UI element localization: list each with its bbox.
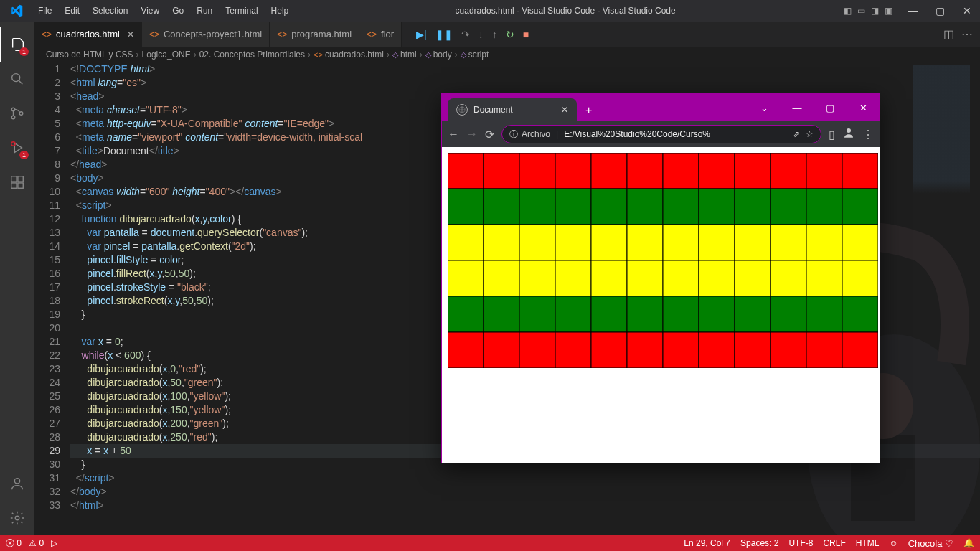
tab-cuadrados-html[interactable]: <>cuadrados.html✕ <box>34 22 142 47</box>
tab-concepts-proyect1-html[interactable]: <>Concepts-proyect1.html <box>142 22 270 47</box>
layout-grid-icon[interactable]: ▣ <box>885 6 892 16</box>
menu-help[interactable]: Help <box>265 3 295 19</box>
tab-close-icon[interactable]: ✕ <box>127 29 134 39</box>
panel-bottom-icon[interactable]: ▭ <box>857 6 865 16</box>
menu-terminal[interactable]: Terminal <box>220 3 263 19</box>
status-spaces[interactable]: Spaces: 2 <box>740 538 778 548</box>
address-text: E:/Visual%20Studio%20Code/Curso% <box>564 129 710 139</box>
breadcrumb-item[interactable]: Curso de HTML y CSS <box>46 50 133 60</box>
browser-window: Document ✕ + ⌄ — ▢ ✕ ← → ⟳ ⓘ Archivo | E… <box>441 93 880 463</box>
tab-programa-html[interactable]: <>programa.html <box>270 22 359 47</box>
close-icon[interactable]: ✕ <box>954 0 980 22</box>
menu-file[interactable]: File <box>32 3 57 19</box>
search-icon[interactable] <box>0 62 34 96</box>
status-debug-icon[interactable]: ▷ <box>51 538 57 548</box>
gutter: 1234567891011121314151617181920212223242… <box>34 62 70 535</box>
status-language[interactable]: HTML <box>856 538 880 548</box>
breadcrumb[interactable]: Curso de HTML y CSS›Logica_ONE›02. Conce… <box>34 47 980 62</box>
forward-icon[interactable]: → <box>466 128 478 141</box>
reader-icon[interactable]: ▯ <box>829 128 835 141</box>
html-file-icon: <> <box>314 50 323 59</box>
menu-go[interactable]: Go <box>166 3 189 19</box>
browser-minimize-icon[interactable]: — <box>781 94 814 121</box>
star-icon[interactable]: ☆ <box>806 129 814 139</box>
debug-badge: 1 <box>19 151 29 159</box>
html-file-icon: <> <box>367 29 377 39</box>
status-theme[interactable]: Chocola ♡ <box>908 538 953 549</box>
code-line[interactable]: <!DOCTYPE html> <box>70 62 980 76</box>
code-line[interactable]: </html> <box>70 499 980 512</box>
status-feedback-icon[interactable]: ☺ <box>889 538 897 548</box>
breadcrumb-item[interactable]: Logica_ONE <box>142 50 191 60</box>
debug-continue-icon[interactable]: ▶| <box>416 29 427 40</box>
breadcrumb-item[interactable]: 02. Conceptos Primordiales <box>199 50 305 60</box>
breadcrumb-item[interactable]: <>cuadrados.html <box>314 50 384 60</box>
browser-maximize-icon[interactable]: ▢ <box>814 94 847 121</box>
status-warnings[interactable]: ⚠ 0 <box>29 538 44 548</box>
menu-selection[interactable]: Selection <box>87 3 133 19</box>
browser-dropdown-icon[interactable]: ⌄ <box>748 94 781 121</box>
split-editor-icon[interactable]: ◫ <box>943 27 954 41</box>
site-info-icon[interactable]: ⓘ Archivo <box>509 128 550 141</box>
status-errors[interactable]: ⓧ 0 <box>6 537 22 550</box>
breadcrumb-item[interactable]: ◇body <box>425 50 452 60</box>
debug-stepover-icon[interactable]: ↷ <box>461 29 470 40</box>
minimize-icon[interactable]: — <box>900 0 925 22</box>
breadcrumb-item[interactable]: ◇html <box>392 50 417 60</box>
symbol-icon: ◇ <box>425 50 431 60</box>
status-bell-icon[interactable]: 🔔 <box>963 538 974 548</box>
symbol-icon: ◇ <box>461 50 466 60</box>
menu-view[interactable]: View <box>135 3 165 19</box>
debug-restart-icon[interactable]: ↻ <box>506 29 514 40</box>
canvas-output <box>448 153 878 368</box>
debug-toolbar: ▶|❚❚↷↓↑↻■ <box>416 29 529 40</box>
svg-rect-8 <box>18 176 23 182</box>
debug-stepin-icon[interactable]: ↓ <box>479 29 484 40</box>
svg-point-1 <box>11 108 15 111</box>
code-line[interactable]: </script> <box>70 471 980 485</box>
svg-rect-5 <box>11 176 17 182</box>
svg-point-15 <box>847 128 851 133</box>
browser-tab[interactable]: Document ✕ <box>448 98 577 121</box>
debug-stepout-icon[interactable]: ↑ <box>492 29 497 40</box>
tab-flor[interactable]: <>flor <box>359 22 402 47</box>
editor-tabs: <>cuadrados.html✕<>Concepts-proyect1.htm… <box>34 22 980 47</box>
svg-point-10 <box>15 516 19 520</box>
more-icon[interactable]: ⋯ <box>961 27 973 41</box>
share-icon[interactable]: ⇗ <box>793 129 800 139</box>
browser-close-icon[interactable]: ✕ <box>847 94 880 121</box>
status-cursor[interactable]: Ln 29, Col 7 <box>684 538 730 548</box>
code-line[interactable]: </body> <box>70 485 980 499</box>
menu-icon[interactable]: ⋮ <box>862 128 874 141</box>
reload-icon[interactable]: ⟳ <box>485 128 494 141</box>
settings-icon[interactable] <box>0 501 34 535</box>
svg-rect-7 <box>18 183 23 188</box>
code-line[interactable]: <html lang="es"> <box>70 76 980 90</box>
html-file-icon: <> <box>277 29 287 39</box>
menu-run[interactable]: Run <box>191 3 218 19</box>
panel-left-icon[interactable]: ◧ <box>844 6 852 16</box>
account-icon[interactable] <box>0 466 34 501</box>
explorer-icon[interactable]: 1 <box>0 27 34 62</box>
source-control-icon[interactable] <box>0 96 34 131</box>
explorer-badge: 1 <box>19 47 29 56</box>
status-encoding[interactable]: UTF-8 <box>788 538 813 548</box>
menu-edit[interactable]: Edit <box>59 3 85 19</box>
back-icon[interactable]: ← <box>448 128 459 141</box>
debug-pause-icon[interactable]: ❚❚ <box>435 29 453 40</box>
symbol-icon: ◇ <box>392 50 398 60</box>
vscode-logo-icon <box>0 4 32 17</box>
debug-stop-icon[interactable]: ■ <box>523 29 529 40</box>
extensions-icon[interactable] <box>0 165 34 199</box>
status-eol[interactable]: CRLF <box>823 538 845 548</box>
new-tab-icon[interactable]: + <box>577 104 600 121</box>
breadcrumb-item[interactable]: ◇script <box>461 50 489 60</box>
profile-icon[interactable] <box>842 126 855 142</box>
browser-titlebar: Document ✕ + ⌄ — ▢ ✕ <box>442 94 880 121</box>
panel-right-icon[interactable]: ◨ <box>871 6 879 16</box>
maximize-icon[interactable]: ▢ <box>927 0 953 22</box>
debug-icon[interactable]: 1 <box>0 131 34 165</box>
browser-tab-close-icon[interactable]: ✕ <box>561 105 568 115</box>
window-controls: — ▢ ✕ <box>900 0 980 22</box>
address-bar[interactable]: ⓘ Archivo | E:/Visual%20Studio%20Code/Cu… <box>501 125 821 143</box>
